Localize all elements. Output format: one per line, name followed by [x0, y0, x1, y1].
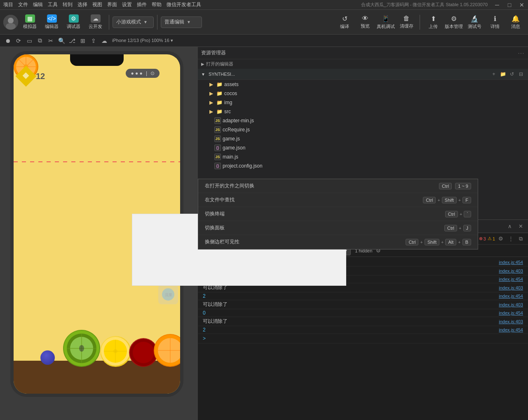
console-link[interactable]: index.js:403: [499, 302, 523, 307]
shortcut-label: 切换面板: [205, 224, 225, 231]
debugger-icon: ⚙: [69, 14, 79, 23]
console-value: 2: [203, 327, 206, 333]
file-game-json[interactable]: {} game.json: [198, 143, 528, 152]
src-folder-icon: 📁: [216, 108, 223, 115]
key-ctrl: Ctrl: [445, 211, 458, 217]
menu-item-interface[interactable]: 界面: [107, 1, 117, 8]
message-btn[interactable]: 🔔 消息: [507, 12, 525, 32]
folder-img[interactable]: ▶ 📁 img: [198, 98, 528, 107]
adapter-min-label: adapter-min.js: [223, 118, 254, 124]
screenshot-btn[interactable]: ✂: [46, 36, 55, 45]
score-diamond-inner: [22, 72, 30, 81]
clear-cache-btn[interactable]: 🗑 清缓存: [397, 12, 415, 32]
shortcut-toggle-sidebar: 换侧边栏可见性 Ctrl + Shift + Alt + B: [198, 235, 478, 249]
console-more-btn[interactable]: ⋮: [507, 235, 515, 243]
debugger-btn[interactable]: ⚙ 调试器: [63, 12, 84, 32]
file-main-js[interactable]: JS main.js: [198, 152, 528, 161]
cocos-label: cocos: [224, 91, 237, 96]
menu-item-view[interactable]: 视图: [92, 1, 102, 8]
detail-btn[interactable]: ℹ 详情: [486, 12, 504, 32]
mode-dropdown[interactable]: 小游戏模式 ▼: [113, 16, 154, 28]
real-debug-btn[interactable]: 📱 真机调试: [377, 12, 395, 32]
console-link[interactable]: index.js:454: [499, 310, 523, 315]
shortcuts-overlay: 在打开的文件之间切换 Ctrl 1 ~ 9 在文件中查找 Ctrl + Shif…: [198, 179, 478, 250]
compile-icon: ↺: [342, 15, 347, 23]
console-link[interactable]: index.js:403: [499, 268, 523, 273]
menu-item-select[interactable]: 选择: [77, 1, 87, 8]
simulator-btn[interactable]: ▦ 模拟器: [20, 12, 40, 32]
debug-expand-btn[interactable]: ∧: [506, 222, 514, 231]
edit-mode-dropdown[interactable]: 普通编辑 ▼: [161, 16, 202, 28]
cloud-btn[interactable]: ☁ 云开发: [85, 12, 106, 32]
rotate-btn[interactable]: ⟳: [14, 36, 23, 45]
debug-close-btn[interactable]: ✕: [516, 222, 525, 231]
menu-item-help[interactable]: 帮助: [152, 1, 162, 8]
console-link[interactable]: index.js:403: [499, 319, 523, 324]
menu-item-project[interactable]: 项目: [3, 1, 13, 8]
menu-item-file[interactable]: 文件: [18, 1, 28, 8]
folder-src[interactable]: ▶ 📁 src: [198, 107, 528, 116]
menu-item-tool[interactable]: 工具: [48, 1, 58, 8]
new-folder-btn[interactable]: 📁: [499, 70, 507, 78]
console-link[interactable]: index.js:454: [499, 277, 523, 282]
menu-item-settings[interactable]: 设置: [122, 1, 132, 8]
upload-icon: ⬆: [431, 15, 436, 23]
file-adapter-min[interactable]: JS adapter-min.js: [198, 116, 528, 125]
folder-assets[interactable]: ▶ 📁 assets: [198, 80, 528, 89]
score-diamond: [16, 66, 37, 87]
console-text: 可以消除了: [203, 301, 228, 308]
console-link[interactable]: index.js:454: [499, 260, 523, 265]
json-icon: {}: [214, 163, 221, 169]
upload-btn[interactable]: ⬆ 上传: [424, 12, 442, 32]
tablet-view-btn[interactable]: ▭: [25, 36, 34, 45]
file-project-config[interactable]: {} project.config.json: [198, 161, 528, 170]
error-x-icon: ⊗: [479, 236, 483, 241]
folder-cocos[interactable]: ▶ 📁 cocos: [198, 89, 528, 98]
search-btn[interactable]: 🔍: [57, 36, 66, 45]
close-btn[interactable]: ✕: [519, 2, 525, 8]
wifi-btn[interactable]: ☁: [100, 36, 109, 45]
menu-item-goto[interactable]: 转到: [63, 1, 73, 8]
file-ccRequire[interactable]: JS ccRequire.js: [198, 125, 528, 134]
record-btn[interactable]: ⏺: [3, 36, 12, 45]
key-plus2: +: [458, 198, 461, 203]
open-editors-section[interactable]: ▶ 打开的编辑器: [198, 59, 528, 69]
shortcut-switch-files: 在打开的文件之间切换 Ctrl 1 ~ 9: [198, 179, 478, 193]
menu-item-plugins[interactable]: 插件: [137, 1, 147, 8]
menu-item-edit[interactable]: 编辑: [33, 1, 43, 8]
menu-item-wechat[interactable]: 微信开发者工具: [167, 1, 201, 8]
console-link[interactable]: index.js:403: [499, 285, 523, 290]
file-manager-more-btn[interactable]: ···: [518, 50, 525, 56]
copy-btn[interactable]: ⧉: [35, 36, 45, 45]
minimize-btn[interactable]: ─: [494, 2, 500, 8]
game-json-label: game.json: [223, 145, 245, 151]
console-undock-btn[interactable]: ⧉: [516, 235, 525, 243]
console-settings-btn[interactable]: ⚙: [497, 235, 505, 243]
refresh-btn[interactable]: ↺: [508, 70, 516, 78]
console-prompt-row[interactable]: >: [198, 334, 528, 343]
user-avatar[interactable]: [3, 15, 18, 30]
fruit-kiwi: [63, 330, 100, 367]
share-btn[interactable]: ⇪: [89, 36, 98, 45]
device-label[interactable]: iPhone 12/13 (Pro) 100% 16 ▾: [112, 38, 173, 43]
svg-text:流量: 流量: [165, 293, 172, 297]
collapse-btn[interactable]: ⊟: [517, 70, 525, 78]
new-file-btn[interactable]: +: [490, 70, 497, 78]
dots-menu-btn[interactable]: ● ● ● | ⊙: [126, 69, 160, 78]
detail-label: 详情: [490, 23, 500, 30]
compile-btn[interactable]: ↺ 编译: [336, 12, 354, 32]
grid-btn[interactable]: ⊞: [78, 36, 87, 45]
console-link[interactable]: index.js:454: [499, 327, 523, 332]
message-label: 消息: [511, 23, 520, 30]
console-link[interactable]: index.js:454: [499, 294, 523, 299]
branch-btn[interactable]: ⎇: [68, 36, 77, 45]
file-game-js[interactable]: JS game.js: [198, 134, 528, 143]
editor-btn[interactable]: </> 编辑器: [42, 12, 62, 32]
key-ctrl: Ctrl: [406, 239, 418, 245]
open-editors-label: 打开的编辑器: [206, 61, 233, 67]
simulator-icon: ▦: [25, 14, 35, 23]
maximize-btn[interactable]: □: [507, 2, 512, 8]
preview-btn[interactable]: 👁 预览: [356, 12, 374, 32]
test-btn[interactable]: 🔬 测试号: [465, 12, 483, 32]
version-btn[interactable]: ⚙ 版本管理: [445, 12, 463, 32]
